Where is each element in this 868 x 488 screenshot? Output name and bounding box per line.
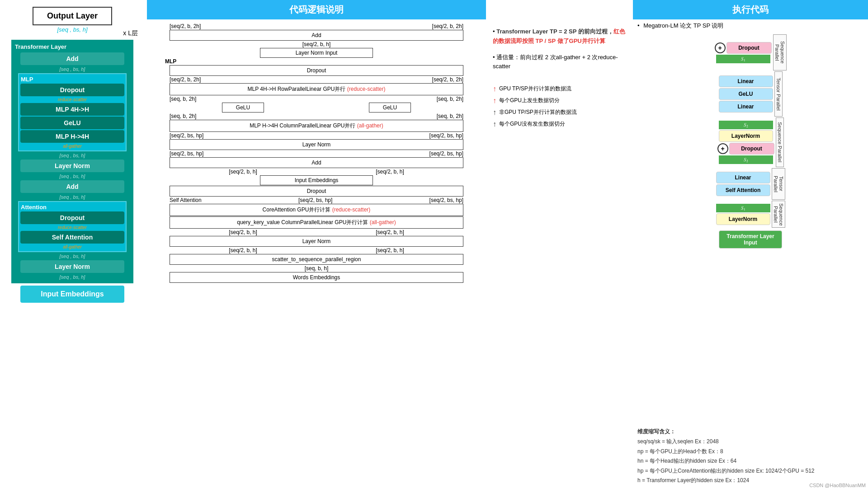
- add-box2: Add: [170, 157, 463, 168]
- diagram-area: + Dropout 𝑆₁ Sequence Parallel Linear Ge…: [633, 32, 868, 425]
- seq-par-mid-group: 𝑆₂ LayerNorm + Dropout 𝑆₂ Sequence Paral…: [717, 117, 784, 167]
- dims-bh: [seq/2, b, h] [seq/2, b, h]: [170, 169, 463, 175]
- all-gather-1: all-gather: [63, 144, 82, 149]
- dropout-mid-diag: Dropout: [729, 143, 774, 155]
- transformer-box: Transformer Layer Add [seq , bs, h] MLP …: [11, 40, 133, 283]
- mlp-section-label: MLP: [165, 58, 176, 65]
- layer-norm-input-box: Layer Norm Input: [260, 48, 373, 58]
- note-line-3: hn = 每个Head输出的hidden size Ex：64: [637, 456, 863, 466]
- dropout-mlp: Dropout: [20, 84, 124, 96]
- seq-par-mid-label: Sequence Parallel: [776, 117, 784, 167]
- tensor-par-bot-label: Tensor Parallel: [772, 168, 785, 200]
- input-embed-box-mid: Input Embeddings: [260, 175, 373, 185]
- core-attn-box: CoreAttention GPU并行计算 (reduce-scatter): [170, 204, 463, 216]
- s1-bar-top: 𝑆₁: [716, 55, 770, 63]
- seq-par-bot-group: 𝑆₁ LayerNorm Sequence Parallel: [716, 201, 785, 228]
- right-panel: 执行代码 • Megatron-LM 论文 TP SP 说明 + Dropout…: [633, 0, 868, 488]
- seq-par-top-col: + Dropout 𝑆₁: [715, 42, 772, 63]
- bottom-note: 维度缩写含义： seq/sq/sk = 输入seqlen Ex：2048 np …: [633, 425, 868, 488]
- self-attn-block: Self Attention: [20, 231, 124, 244]
- legend-text-4: 每个GPU没有发生数据切分: [499, 120, 565, 128]
- seq-label2: [seq , bs, h]: [60, 66, 85, 72]
- seq-label5: [seq , bs, h]: [60, 194, 85, 200]
- legend-arrow-2: ↑: [493, 97, 496, 105]
- legend-text-3: 非GPU TP/SP并行计算的数据流: [499, 108, 577, 116]
- reduce-scatter-mid: (reduce-scatter): [347, 86, 386, 92]
- layer-norm-box-bot: Layer Norm: [170, 236, 463, 247]
- diagram-col-main: + Dropout 𝑆₁ Sequence Parallel Linear Ge…: [637, 34, 863, 422]
- explain-items: • Transformer Layer TP = 2 SP 的前向过程，红色的数…: [493, 27, 628, 71]
- middle-header: 代码逻辑说明: [147, 0, 486, 19]
- mlp-section: MLP Dropout reduce-scatter MLP 4H->H GeL…: [18, 73, 127, 151]
- layernorm-bot-diag: LayerNorm: [716, 213, 770, 225]
- scatter-box: scatter_to_sequence_parallel_region: [170, 254, 463, 265]
- layernorm-mid-diag: LayerNorm: [719, 130, 773, 142]
- s2-bar2: 𝑆₂: [719, 155, 773, 164]
- gelu-diag: GeLU: [719, 88, 773, 100]
- legend-2: ↑ 每个GPU上发生数据切分: [493, 97, 628, 105]
- add-box: Add: [170, 30, 463, 41]
- legend-3: ↑ 非GPU TP/SP并行计算的数据流: [493, 108, 628, 117]
- plus-circle-mid: +: [717, 143, 728, 154]
- output-layer-title: Output Layer: [47, 11, 98, 20]
- dims-bh2: [seq/2, b, h] [seq/2, b, h]: [170, 229, 463, 235]
- linear-mid-diag: Linear: [719, 101, 773, 113]
- dim-top-right: [seq/2, b, 2h]: [432, 23, 463, 29]
- mlp-h-4h: MLP H->4H: [20, 130, 124, 143]
- linear-bot-diag: Linear: [716, 172, 770, 183]
- s2-bar: 𝑆₂: [719, 121, 773, 129]
- watermark: CSDN @HaoBBNuanMM: [809, 483, 866, 488]
- tensor-par-top-group: Linear GeLU Linear Tensor Parallel: [719, 71, 783, 117]
- dropout-top-diag: Dropout: [726, 42, 772, 54]
- right-intro-row: • Megatron-LM 论文 TP SP 说明: [633, 19, 868, 32]
- seq-b-h-center: [seq/2, b, h]: [170, 41, 463, 47]
- input-embed-box: Input Embeddings: [20, 286, 124, 303]
- dims-hp2: [seq/2, bs, hp] [seq/2, bs, hp]: [170, 150, 463, 157]
- left-panel: Output Layer [seq , bs, h] x L层 Transfor…: [0, 0, 145, 488]
- all-gather-mid: (all-gather): [357, 122, 383, 129]
- tensor-par-top-label: Tensor Parallel: [774, 71, 783, 117]
- mlp-4h-h: MLP 4H->H: [20, 103, 124, 116]
- all-gather-2: all-gather: [63, 244, 82, 249]
- layer-norm-2: Layer Norm: [20, 260, 124, 273]
- dropout-attn: Dropout: [20, 211, 124, 224]
- mlp-h-4h-box: MLP H->4H ColumnParallelLinear GPU并行 (al…: [170, 120, 463, 132]
- legend-area: ↑ GPU TP/SP并行计算的数据流 ↑ 每个GPU上发生数据切分 ↑ 非GP…: [493, 85, 628, 128]
- dim-top-left: [seq/2, b, 2h]: [170, 23, 201, 29]
- words-embed-box: Words Embeddings: [170, 272, 463, 283]
- right-intro-text: Megatron-LM 论文 TP SP 说明: [643, 22, 723, 29]
- top-dims-row: [seq/2, b, 2h] [seq/2, b, 2h]: [170, 23, 463, 29]
- transformer-title: Transformer Layer: [15, 43, 66, 50]
- seq-label4: [seq , bs, h]: [60, 174, 85, 179]
- reduce-scatter-1: reduce-scatter: [58, 97, 87, 102]
- seq-par-mid-col: 𝑆₂ LayerNorm + Dropout 𝑆₂: [717, 121, 774, 164]
- middle-panel: 代码逻辑说明 [seq/2, b, 2h] [seq/2, b, 2h] Add…: [145, 0, 488, 488]
- legend-text-2: 每个GPU上发生数据切分: [499, 97, 560, 104]
- tensor-par-bot-group: Linear Self Attention Tensor Parallel: [716, 168, 785, 200]
- output-layer-box: Output Layer: [33, 7, 112, 25]
- note-line-2: np = 每个GPU上的Head个数 Ex：8: [637, 447, 863, 457]
- bullet-point: •: [637, 22, 640, 29]
- dims-bh3: [seq/2, b, h] [seq/2, b, h]: [170, 247, 463, 253]
- explain-panel: • Transformer Layer TP = 2 SP 的前向过程，红色的数…: [488, 0, 633, 488]
- bottom-note-title: 维度缩写含义：: [637, 427, 863, 437]
- dims-gelu2: [seq, b, 2h] [seq, b, 2h]: [170, 113, 463, 119]
- output-seq-label: [seq , bs, h]: [57, 26, 87, 33]
- dims-mlp1: [seq/2, b, 2h] [seq/2, b, 2h]: [170, 76, 463, 83]
- tensor-par-bot-col: Linear Self Attention: [716, 172, 770, 196]
- tensor-par-top-col: Linear GeLU Linear: [719, 75, 773, 113]
- gelu-block: GeLU: [20, 117, 124, 129]
- qkv-all-gather: (all-gather): [370, 219, 396, 225]
- seq-label3: [seq , bs, h]: [60, 153, 85, 158]
- dropout-box: Dropout: [170, 65, 463, 76]
- layer-norm-1: Layer Norm: [20, 160, 124, 172]
- explain-item-2: • 通信量：前向过程 2 次all-gather + 2 次reduce-sca…: [493, 53, 628, 72]
- attn-section: Attention Dropout reduce-scatter Self At…: [18, 201, 127, 252]
- add-block-2: Add: [20, 180, 124, 193]
- legend-text-1: GPU TP/SP并行计算的数据流: [499, 85, 571, 93]
- dims-gelu: [seq, b, 2h] [seq, b, 2h]: [170, 96, 463, 102]
- linear-top-diag: Linear: [719, 75, 773, 87]
- mlp-4h-h-box: MLP 4H->H RowParallelLinear GPU并行 (reduc…: [170, 83, 463, 95]
- layer-norm-box-mid: Layer Norm: [170, 139, 463, 150]
- plus-dropout-row: + Dropout: [715, 42, 772, 54]
